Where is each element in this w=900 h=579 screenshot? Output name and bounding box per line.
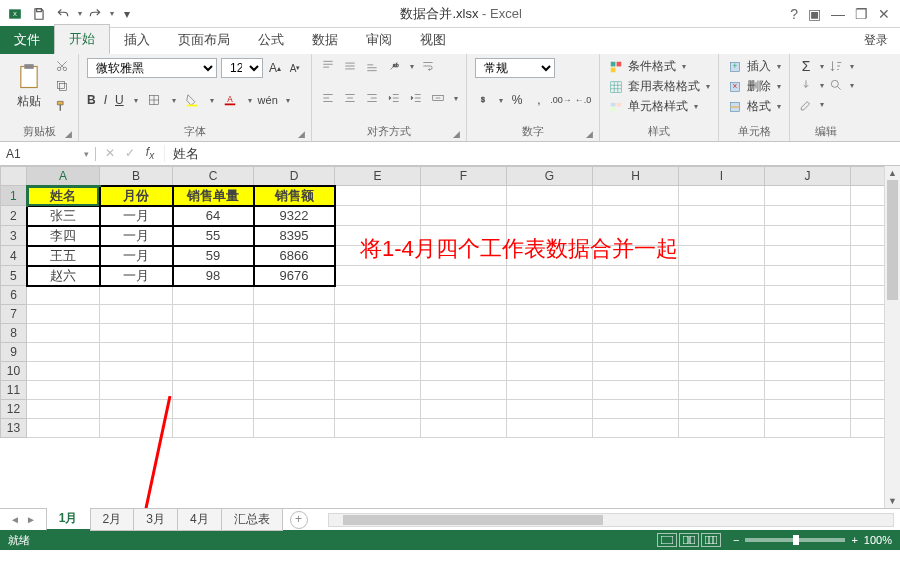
scroll-down-icon[interactable]: ▼ bbox=[885, 494, 900, 508]
increase-decimal-icon[interactable]: .00→ bbox=[553, 92, 569, 108]
cell-F11[interactable] bbox=[421, 381, 507, 400]
cell-D9[interactable] bbox=[254, 343, 335, 362]
italic-button[interactable]: I bbox=[104, 93, 107, 107]
cell-C3[interactable]: 55 bbox=[173, 226, 254, 246]
align-right-icon[interactable] bbox=[364, 90, 380, 106]
number-format-select[interactable]: 常规 bbox=[475, 58, 555, 78]
cell-D13[interactable] bbox=[254, 419, 335, 438]
cell-F8[interactable] bbox=[421, 324, 507, 343]
cell-E10[interactable] bbox=[335, 362, 421, 381]
borders-icon[interactable] bbox=[146, 92, 162, 108]
cell-I11[interactable] bbox=[679, 381, 765, 400]
cell-H11[interactable] bbox=[593, 381, 679, 400]
sheet-tab-3[interactable]: 3月 bbox=[133, 509, 178, 531]
cell-A8[interactable] bbox=[27, 324, 100, 343]
zoom-level[interactable]: 100% bbox=[864, 534, 892, 546]
insert-function-icon[interactable]: fx bbox=[142, 145, 158, 161]
cell-E11[interactable] bbox=[335, 381, 421, 400]
fill-color-icon[interactable] bbox=[184, 92, 200, 108]
cell-B6[interactable] bbox=[100, 286, 173, 305]
cell-A13[interactable] bbox=[27, 419, 100, 438]
cell-G13[interactable] bbox=[507, 419, 593, 438]
cell-G2[interactable] bbox=[507, 206, 593, 226]
tab-formulas[interactable]: 公式 bbox=[244, 26, 298, 54]
cell-C11[interactable] bbox=[173, 381, 254, 400]
column-header-F[interactable]: F bbox=[421, 167, 507, 186]
clipboard-dialog-launcher[interactable]: ◢ bbox=[65, 129, 72, 139]
cell-I10[interactable] bbox=[679, 362, 765, 381]
cell-E1[interactable] bbox=[335, 186, 421, 206]
decrease-decimal-icon[interactable]: ←.0 bbox=[575, 92, 591, 108]
cell-E5[interactable] bbox=[335, 266, 421, 286]
redo-dropdown[interactable]: ▾ bbox=[110, 9, 114, 18]
tab-view[interactable]: 视图 bbox=[406, 26, 460, 54]
name-box[interactable]: A1▾ bbox=[0, 147, 96, 161]
cell-B9[interactable] bbox=[100, 343, 173, 362]
cell-J3[interactable] bbox=[765, 226, 851, 246]
cell-G10[interactable] bbox=[507, 362, 593, 381]
select-all-corner[interactable] bbox=[1, 167, 27, 186]
row-header-12[interactable]: 12 bbox=[1, 400, 27, 419]
percent-icon[interactable]: % bbox=[509, 92, 525, 108]
cell-D6[interactable] bbox=[254, 286, 335, 305]
cell-F12[interactable] bbox=[421, 400, 507, 419]
cell-C1[interactable]: 销售单量 bbox=[173, 186, 254, 206]
cell-J10[interactable] bbox=[765, 362, 851, 381]
tab-review[interactable]: 审阅 bbox=[352, 26, 406, 54]
tab-file[interactable]: 文件 bbox=[0, 26, 54, 54]
paste-button[interactable]: 粘贴 bbox=[8, 63, 50, 110]
cell-D7[interactable] bbox=[254, 305, 335, 324]
wrap-text-icon[interactable] bbox=[420, 58, 436, 74]
sheet-nav-last-icon[interactable]: ► bbox=[26, 514, 36, 525]
cell-B5[interactable]: 一月 bbox=[100, 266, 173, 286]
restore-button[interactable]: ❐ bbox=[855, 6, 868, 22]
cell-D5[interactable]: 9676 bbox=[254, 266, 335, 286]
row-header-2[interactable]: 2 bbox=[1, 206, 27, 226]
row-header-6[interactable]: 6 bbox=[1, 286, 27, 305]
cell-C8[interactable] bbox=[173, 324, 254, 343]
row-header-13[interactable]: 13 bbox=[1, 419, 27, 438]
page-layout-view-icon[interactable] bbox=[679, 533, 699, 547]
cell-E2[interactable] bbox=[335, 206, 421, 226]
row-header-8[interactable]: 8 bbox=[1, 324, 27, 343]
new-sheet-button[interactable]: + bbox=[290, 511, 308, 529]
sheet-tab-4[interactable]: 4月 bbox=[177, 509, 222, 531]
cell-styles-button[interactable]: 单元格样式▾ bbox=[608, 98, 710, 115]
cell-C12[interactable] bbox=[173, 400, 254, 419]
cell-H7[interactable] bbox=[593, 305, 679, 324]
number-dialog-launcher[interactable]: ◢ bbox=[586, 129, 593, 139]
cell-J13[interactable] bbox=[765, 419, 851, 438]
align-center-icon[interactable] bbox=[342, 90, 358, 106]
ribbon-display-button[interactable]: ▣ bbox=[808, 6, 821, 22]
cell-C13[interactable] bbox=[173, 419, 254, 438]
cell-E9[interactable] bbox=[335, 343, 421, 362]
minimize-button[interactable]: — bbox=[831, 6, 845, 22]
help-button[interactable]: ? bbox=[790, 6, 798, 22]
cell-B2[interactable]: 一月 bbox=[100, 206, 173, 226]
cell-A12[interactable] bbox=[27, 400, 100, 419]
cell-I8[interactable] bbox=[679, 324, 765, 343]
cell-C7[interactable] bbox=[173, 305, 254, 324]
save-icon[interactable] bbox=[28, 3, 50, 25]
cell-C4[interactable]: 59 bbox=[173, 246, 254, 266]
cell-C5[interactable]: 98 bbox=[173, 266, 254, 286]
cell-A9[interactable] bbox=[27, 343, 100, 362]
cell-D8[interactable] bbox=[254, 324, 335, 343]
align-middle-icon[interactable] bbox=[342, 58, 358, 74]
cell-C6[interactable] bbox=[173, 286, 254, 305]
cell-A4[interactable]: 王五 bbox=[27, 246, 100, 266]
orientation-icon[interactable]: ab bbox=[386, 58, 402, 74]
alignment-dialog-launcher[interactable]: ◢ bbox=[453, 129, 460, 139]
cell-J2[interactable] bbox=[765, 206, 851, 226]
cell-A6[interactable] bbox=[27, 286, 100, 305]
row-header-5[interactable]: 5 bbox=[1, 266, 27, 286]
cell-E6[interactable] bbox=[335, 286, 421, 305]
cell-G1[interactable] bbox=[507, 186, 593, 206]
cell-E13[interactable] bbox=[335, 419, 421, 438]
cell-H10[interactable] bbox=[593, 362, 679, 381]
cell-J9[interactable] bbox=[765, 343, 851, 362]
enter-formula-icon[interactable]: ✓ bbox=[122, 146, 138, 160]
cell-F10[interactable] bbox=[421, 362, 507, 381]
font-family-select[interactable]: 微软雅黑 bbox=[87, 58, 217, 78]
sheet-tab-1[interactable]: 1月 bbox=[46, 508, 91, 531]
